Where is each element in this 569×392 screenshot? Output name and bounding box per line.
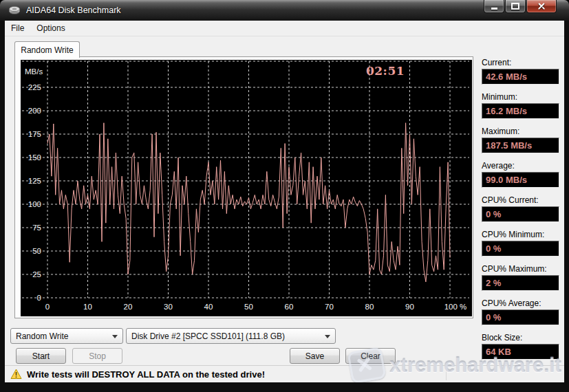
svg-text:!: ! <box>15 371 17 379</box>
svg-text:0: 0 <box>37 294 41 302</box>
benchmark-plot: MB/s225200175150125100755025001020304050… <box>21 60 472 316</box>
stat-value-cpu-current: 0 % <box>482 206 559 222</box>
tab-random-write[interactable]: Random Write <box>14 41 80 58</box>
svg-text:50: 50 <box>244 303 253 311</box>
chevron-down-icon <box>112 335 118 338</box>
drive-selected-value: Disk Drive #2 [SPCC SSD101] (111.8 GB) <box>131 331 285 341</box>
warning-icon: ! <box>10 369 22 380</box>
start-button[interactable]: Start <box>16 348 66 364</box>
chart-area: MB/s225200175150125100755025001020304050… <box>21 60 472 316</box>
maximize-button[interactable] <box>505 0 526 13</box>
save-button[interactable]: Save <box>290 348 340 364</box>
stat-label-minimum: Minimum: <box>482 92 559 102</box>
svg-text:175: 175 <box>28 130 41 138</box>
svg-text:10: 10 <box>83 303 92 311</box>
svg-text:70: 70 <box>325 303 334 311</box>
stat-value-average: 99.0 MB/s <box>482 172 559 188</box>
stat-label-average: Average: <box>482 161 559 171</box>
stat-label-cpu-maximum: CPU% Maximum: <box>482 264 559 274</box>
svg-text:100: 100 <box>28 200 41 208</box>
disk-icon <box>8 6 21 15</box>
minimize-button[interactable] <box>484 0 504 13</box>
warning-text: Write tests will DESTROY ALL DATA on the… <box>27 369 265 380</box>
stat-label-cpu-average: CPU% Average: <box>482 298 559 308</box>
menubar: File Options <box>5 21 564 36</box>
stat-value-maximum: 187.5 MB/s <box>482 138 559 153</box>
stat-label-cpu-minimum: CPU% Minimum: <box>482 230 559 239</box>
menu-options[interactable]: Options <box>30 21 71 35</box>
menu-file[interactable]: File <box>5 21 30 35</box>
svg-text:40: 40 <box>204 303 213 311</box>
test-type-select[interactable]: Random Write <box>10 328 123 344</box>
close-icon <box>537 2 546 10</box>
svg-text:30: 30 <box>164 303 173 311</box>
stat-value-block-size: 64 KB <box>482 344 559 360</box>
titlebar[interactable]: AIDA64 Disk Benchmark <box>0 0 569 21</box>
window-controls <box>484 0 557 13</box>
close-button[interactable] <box>526 0 557 13</box>
elapsed-time: 02:51 <box>348 64 422 78</box>
svg-text:100 %: 100 % <box>444 303 467 311</box>
maximize-icon <box>511 3 519 10</box>
svg-text:75: 75 <box>32 224 41 232</box>
svg-text:225: 225 <box>28 83 41 91</box>
svg-text:50: 50 <box>32 247 41 255</box>
svg-text:80: 80 <box>365 303 374 311</box>
svg-text:0: 0 <box>45 303 50 311</box>
svg-text:20: 20 <box>124 303 133 311</box>
stats-panel: Current: 42.6 MB/s Minimum: 16.2 MB/s Ma… <box>482 58 559 367</box>
svg-text:60: 60 <box>285 303 294 311</box>
stat-label-cpu-current: CPU% Current: <box>482 195 559 205</box>
svg-text:25: 25 <box>32 270 41 279</box>
status-bar: ! Write tests will DESTROY ALL DATA on t… <box>5 365 564 382</box>
stat-label-block-size: Block Size: <box>482 333 559 342</box>
stat-value-minimum: 16.2 MB/s <box>482 103 559 119</box>
status-divider <box>446 368 447 380</box>
svg-text:125: 125 <box>28 177 41 185</box>
minimize-icon <box>491 8 497 10</box>
stat-value-cpu-minimum: 0 % <box>482 241 559 257</box>
drive-select[interactable]: Disk Drive #2 [SPCC SSD101] (111.8 GB) <box>126 328 336 344</box>
stat-value-current: 42.6 MB/s <box>482 69 559 85</box>
svg-text:150: 150 <box>28 153 41 162</box>
chevron-down-icon <box>325 335 330 338</box>
test-type-selected-value: Random Write <box>16 331 68 341</box>
window-title: AIDA64 Disk Benchmark <box>26 6 121 15</box>
stat-label-maximum: Maximum: <box>482 127 559 136</box>
stat-value-cpu-maximum: 2 % <box>482 275 559 291</box>
stop-button[interactable]: Stop <box>72 348 122 364</box>
client-area: File Options Random Write MB/s2252001751… <box>5 21 564 382</box>
app-window: AIDA64 Disk Benchmark File Options Rando… <box>0 0 569 392</box>
svg-text:90: 90 <box>405 303 414 311</box>
stat-value-cpu-average: 0 % <box>482 309 559 325</box>
svg-text:MB/s: MB/s <box>25 67 43 76</box>
tab-label: Random Write <box>21 45 73 55</box>
clear-button[interactable]: Clear <box>345 348 396 364</box>
chart-panel: MB/s225200175150125100755025001020304050… <box>14 56 473 318</box>
stat-label-current: Current: <box>482 58 559 67</box>
svg-text:200: 200 <box>28 107 41 115</box>
